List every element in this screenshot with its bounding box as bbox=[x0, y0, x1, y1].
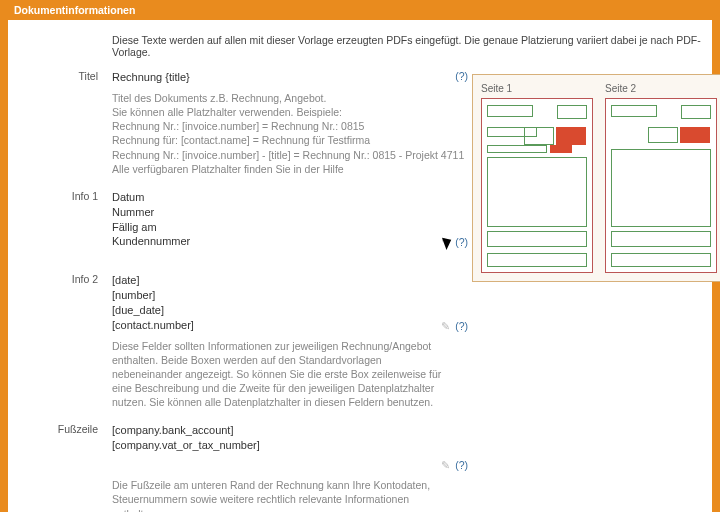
label-info1: Info 1 bbox=[18, 190, 112, 202]
help-fusszeile[interactable]: (?) bbox=[455, 459, 468, 471]
app-frame: Dokumentinformationen Diese Texte werden… bbox=[0, 0, 720, 512]
section-tab: Dokumentinformationen bbox=[8, 0, 141, 20]
value-titel[interactable]: Rechnung {title} bbox=[112, 70, 412, 85]
value-fusszeile[interactable]: [company.bank_account] [company.vat_or_t… bbox=[112, 423, 412, 453]
hint-titel: Titel des Dokuments z.B. Rechnung, Angeb… bbox=[112, 91, 472, 176]
preview-panel: Seite 1 bbox=[472, 70, 720, 282]
label-info2: Info 2 bbox=[18, 273, 112, 285]
help-info1[interactable]: (?) bbox=[455, 236, 468, 248]
label-fusszeile: Fußzeile bbox=[18, 423, 112, 435]
help-info2[interactable]: (?) bbox=[455, 320, 468, 332]
preview-page-2: Seite 2 bbox=[605, 83, 717, 273]
value-info2[interactable]: [date] [number] [due_date] [contact.numb… bbox=[112, 273, 412, 332]
pencil-icon[interactable]: ✎ bbox=[441, 459, 450, 472]
help-titel[interactable]: (?) bbox=[455, 70, 468, 82]
hint-info2: Diese Felder sollten Informationen zur j… bbox=[112, 339, 442, 410]
preview-page-1: Seite 1 bbox=[481, 83, 593, 273]
value-info1[interactable]: Datum Nummer Fällig am Kundennummer bbox=[112, 190, 412, 249]
pencil-icon[interactable]: ✎ bbox=[441, 320, 450, 333]
pencil-icon[interactable]: ✎ bbox=[441, 236, 450, 249]
content-sheet: Diese Texte werden auf allen mit dieser … bbox=[8, 20, 712, 512]
hint-fusszeile: Die Fußzeile am unteren Rand der Rechnun… bbox=[112, 478, 442, 512]
label-titel: Titel bbox=[18, 70, 112, 82]
intro-text: Diese Texte werden auf allen mit dieser … bbox=[112, 34, 702, 58]
